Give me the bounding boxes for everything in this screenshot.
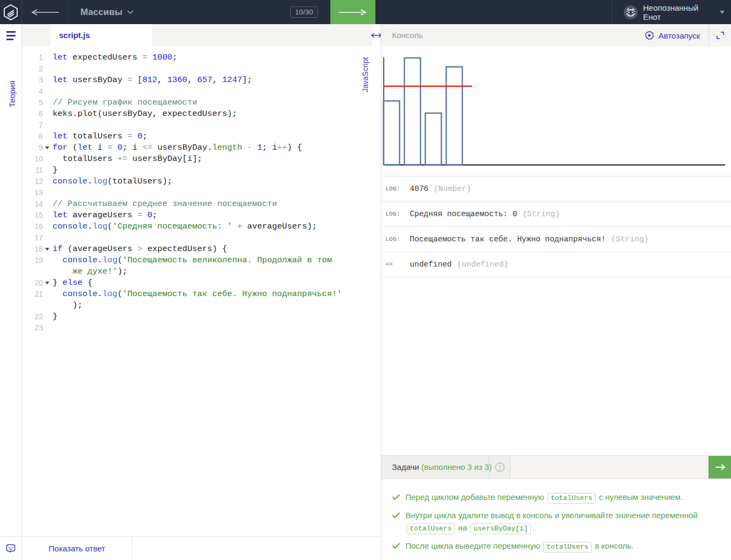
left-rail: Теория [0, 24, 22, 536]
line-number: 21 [22, 289, 50, 300]
code-line: 17 [22, 232, 372, 244]
console-header: Консоль Автозапуск [381, 24, 731, 47]
line-number: 11 [22, 165, 50, 176]
code-text [50, 120, 53, 131]
progress-counter: 10/30 [290, 6, 318, 18]
code-text: console.log('Посещаемость великолепна. П… [50, 255, 332, 266]
code-line: же духе!'); [22, 266, 372, 277]
top-bar: Массивы 10/30 Неопознанный Енот [0, 0, 731, 24]
attendance-chart [381, 47, 731, 177]
code-text: let averageUsers = 0; [50, 210, 157, 221]
line-number [22, 266, 50, 277]
language-label: JavaScript [361, 57, 370, 92]
code-text [50, 187, 53, 198]
line-number: 10 [22, 153, 50, 165]
log-label: LOG: [386, 186, 400, 192]
code-line: 4 [22, 86, 372, 97]
line-number: 13 [22, 187, 50, 198]
menu-hamburger-icon[interactable] [6, 31, 16, 42]
user-name: Неопознанный Енот [643, 3, 714, 21]
code-text [50, 232, 53, 244]
tab-script-js[interactable]: script.js [50, 24, 152, 47]
back-button[interactable] [22, 0, 69, 24]
code-chip: totalUsers [407, 524, 455, 534]
code-line: 15let averageUsers = 0; [22, 210, 372, 221]
fold-marker-icon[interactable] [45, 282, 49, 284]
chart-bar [425, 113, 441, 165]
expand-console-button[interactable] [716, 31, 725, 42]
task-item: Перед циклом добавьте переменную totalUs… [392, 491, 720, 504]
submit-task-button[interactable] [708, 456, 731, 478]
line-number: 7 [22, 120, 50, 131]
line-number: 3 [22, 75, 50, 86]
code-line: 23 [22, 322, 372, 334]
chart-bar [404, 58, 420, 165]
code-text: for (let i = 0; i <= usersByDay.length -… [50, 142, 302, 153]
line-number: 19 [22, 255, 50, 266]
course-title: Массивы [80, 7, 122, 18]
console-log-row: LOG:Посещаемость так себе. Нужно поднапр… [381, 227, 731, 252]
user-menu[interactable]: Неопознанный Енот [611, 0, 731, 24]
code-text: totalUsers += usersByDay[i]; [50, 153, 202, 165]
line-number: 2 [22, 63, 50, 75]
code-line: 5// Рисуем график посещаемости [22, 97, 372, 108]
code-text: keks.plot(usersByDay, expectedUsers); [50, 108, 237, 120]
expand-corners-icon [716, 31, 725, 40]
log-type: (String) [522, 210, 560, 218]
code-line: 22} [22, 311, 372, 322]
line-number: 8 [22, 131, 50, 142]
fold-marker-icon[interactable] [45, 248, 49, 250]
code-line: 9for (let i = 0; i <= usersByDay.length … [22, 142, 372, 153]
log-value: 4076 [410, 185, 429, 193]
code-text: if (averageUsers > expectedUsers) { [50, 244, 227, 255]
code-text: // Рассчитываем среднее значение посещае… [50, 198, 277, 210]
console-log-row: LOG:4076(Number) [381, 176, 731, 202]
code-text [50, 63, 53, 75]
line-number: 1 [22, 52, 50, 63]
exclamation-circle-icon [494, 462, 505, 473]
keks-shield-icon [4, 4, 18, 20]
log-type: (Number) [434, 185, 471, 193]
sad-bubble-icon [5, 543, 16, 554]
course-dropdown[interactable]: Массивы [80, 0, 134, 24]
autorun-toggle[interactable]: Автозапуск [645, 24, 700, 47]
task-item: Внутри цикла удалите вывод в консоль и у… [392, 509, 720, 534]
code-editor-panel: script.js 1let expectedUsers = 1000;23le… [22, 24, 372, 536]
task-text-line: Перед циклом добавьте переменную totalUs… [405, 491, 720, 504]
log-label: LOG: [386, 211, 400, 217]
code-chip: totalUsers [548, 493, 596, 504]
chart-bar [446, 67, 462, 165]
console-log-row: LOG:Средняя посещаемость: 0(String) [381, 202, 731, 227]
task-item: После цикла выведите переменную totalUse… [392, 540, 720, 552]
line-number: 15 [22, 210, 50, 221]
code-editor[interactable]: 1let expectedUsers = 1000;23let usersByD… [22, 47, 372, 536]
submit-arrow-right-icon [714, 463, 726, 471]
code-text [50, 86, 53, 97]
arrow-left-icon [30, 9, 60, 16]
code-line: 11} [22, 165, 372, 176]
line-number: 17 [22, 232, 50, 244]
code-line: ); [22, 300, 372, 311]
code-chip: totalUsers [543, 542, 592, 552]
code-line: 1let expectedUsers = 1000; [22, 52, 372, 63]
checkmark-icon [392, 512, 401, 519]
code-line: 21 console.log('Посещаемость так себе. Н… [22, 289, 372, 300]
tasks-info-cell[interactable] [489, 456, 511, 478]
tasks-status: (выполнено 3 из 3) [422, 462, 492, 471]
tasks-bar: Задачи (выполнено 3 из 3) [381, 455, 731, 479]
editor-tab-bar: script.js [22, 24, 372, 47]
log-value: undefined [410, 260, 452, 269]
fold-marker-icon[interactable] [45, 146, 49, 149]
code-line: 8let totalUsers = 0; [22, 131, 372, 142]
code-line: 18if (averageUsers > expectedUsers) { [22, 244, 372, 255]
code-line: 13 [22, 187, 372, 198]
sidebar-item-theory[interactable]: Теория [8, 80, 17, 107]
app-logo[interactable] [0, 0, 22, 24]
code-text: же духе!'); [50, 266, 128, 277]
next-task-button[interactable] [330, 0, 375, 24]
code-text: ); [50, 300, 83, 311]
feedback-button[interactable] [0, 537, 22, 560]
code-line: 14// Рассчитываем среднее значение посещ… [22, 198, 372, 210]
show-answer-button[interactable]: Показать ответ [22, 537, 132, 560]
log-value: Средняя посещаемость: 0 [410, 210, 517, 218]
